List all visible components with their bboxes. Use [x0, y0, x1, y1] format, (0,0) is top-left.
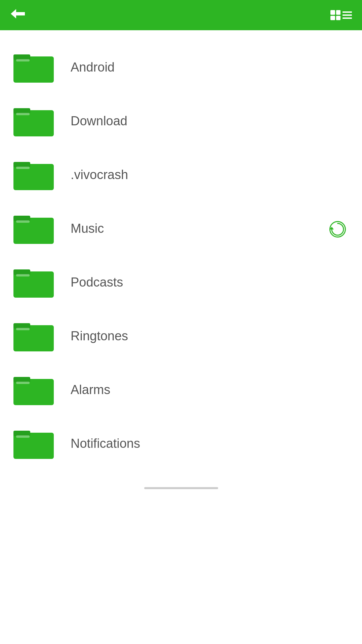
- folder-icon-ringtones: [13, 319, 54, 353]
- folder-item-music[interactable]: Music: [0, 202, 362, 255]
- folder-icon-alarms: [13, 373, 54, 406]
- folder-name-vivocrash: .vivocrash: [71, 168, 128, 182]
- folder-name-notifications: Notifications: [71, 436, 140, 451]
- svg-rect-9: [16, 167, 30, 169]
- svg-rect-12: [16, 220, 30, 223]
- svg-rect-25: [13, 431, 30, 436]
- svg-rect-19: [13, 323, 30, 329]
- folder-item-notifications[interactable]: Notifications: [0, 417, 362, 470]
- nav-indicator: [144, 487, 218, 489]
- folder-icon-music: [13, 212, 54, 245]
- svg-rect-17: [16, 274, 30, 276]
- folder-icon-vivocrash: [13, 158, 54, 191]
- folder-name-podcasts: Podcasts: [71, 275, 123, 290]
- folder-item-podcasts[interactable]: Podcasts: [0, 255, 362, 309]
- svg-rect-6: [16, 113, 30, 115]
- svg-rect-5: [13, 108, 30, 114]
- app-header: [0, 0, 362, 30]
- grid-squares-icon: [330, 10, 340, 20]
- folder-name-android: Android: [71, 60, 115, 75]
- svg-rect-23: [16, 382, 30, 384]
- folder-list: Android Download .vivocrash: [0, 30, 362, 480]
- folder-icon-podcasts: [13, 265, 54, 299]
- list-lines-icon: [343, 11, 352, 19]
- folder-item-android[interactable]: Android: [0, 40, 362, 94]
- svg-rect-20: [16, 328, 30, 330]
- svg-rect-22: [13, 377, 30, 382]
- folder-name-alarms: Alarms: [71, 383, 110, 397]
- svg-rect-3: [16, 59, 30, 61]
- bottom-nav-hint: [0, 480, 362, 499]
- folder-icon-notifications: [13, 427, 54, 460]
- view-toggle-button[interactable]: [330, 10, 352, 20]
- svg-rect-8: [13, 162, 30, 167]
- svg-rect-11: [13, 216, 30, 221]
- folder-icon-download: [13, 104, 54, 138]
- folder-name-ringtones: Ringtones: [71, 329, 128, 343]
- folder-item-vivocrash[interactable]: .vivocrash: [0, 148, 362, 202]
- folder-icon-android: [13, 50, 54, 84]
- folder-name-music: Music: [71, 221, 104, 236]
- svg-rect-16: [13, 269, 30, 275]
- svg-rect-26: [16, 435, 30, 438]
- back-button[interactable]: [10, 8, 27, 23]
- folder-item-alarms[interactable]: Alarms: [0, 363, 362, 417]
- svg-rect-2: [13, 54, 30, 60]
- folder-item-ringtones[interactable]: Ringtones: [0, 309, 362, 363]
- folder-name-download: Download: [71, 114, 127, 128]
- folder-item-download[interactable]: Download: [0, 94, 362, 148]
- refresh-icon[interactable]: [328, 220, 345, 237]
